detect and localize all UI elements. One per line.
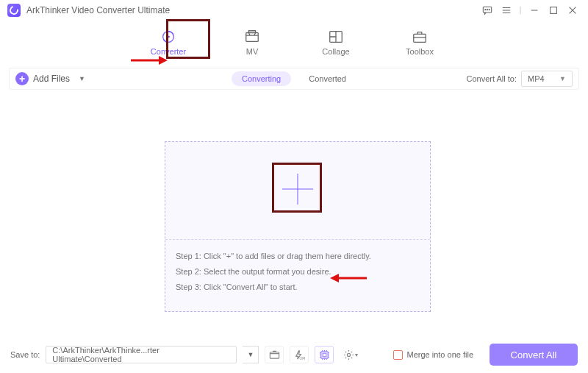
convert-all-button[interactable]: Convert All: [490, 344, 578, 366]
svg-rect-16: [323, 353, 326, 357]
toolbox-icon: [410, 29, 429, 45]
footer: Save to: C:\ArkThinker\ArkThinke...rter …: [0, 336, 588, 373]
save-path-field[interactable]: C:\ArkThinker\ArkThinke...rter Ultimate\…: [46, 346, 237, 363]
tab-label: Collage: [322, 47, 349, 56]
menu-icon[interactable]: [498, 2, 514, 18]
minimize-button[interactable]: [526, 2, 542, 18]
format-value: MP4: [528, 74, 545, 83]
step-1: Step 1: Click "+" to add files or drag t…: [176, 249, 420, 264]
add-files-label: Add Files: [33, 74, 70, 84]
drop-zone[interactable]: Step 1: Click "+" to add files or drag t…: [165, 141, 431, 312]
open-folder-button[interactable]: [265, 346, 284, 363]
tab-label: MV: [246, 47, 259, 56]
svg-text:OFF: OFF: [299, 357, 305, 360]
save-path-dropdown[interactable]: ▼: [243, 346, 259, 363]
chevron-down-icon: ▼: [79, 75, 85, 82]
segment-converting[interactable]: Converting: [232, 71, 291, 86]
save-to-label: Save to:: [10, 350, 40, 359]
merge-checkbox[interactable]: Merge into one file: [393, 350, 474, 360]
tab-label: Converter: [151, 47, 186, 56]
titlebar: ArkThinker Video Converter Ultimate: [0, 0, 588, 21]
svg-rect-15: [321, 351, 328, 358]
toolbar: + Add Files ▼ Converting Converted Conve…: [9, 68, 579, 90]
svg-marker-10: [159, 56, 168, 65]
settings-button[interactable]: ▾: [340, 346, 362, 363]
merge-label: Merge into one file: [407, 350, 474, 359]
svg-point-1: [485, 10, 486, 10]
converter-icon: [159, 29, 178, 45]
add-files-button[interactable]: + Add Files ▼: [15, 72, 85, 85]
tab-mv[interactable]: MV: [232, 29, 273, 56]
main-canvas: Step 1: Click "+" to add files or drag t…: [9, 99, 579, 337]
plus-icon: +: [15, 72, 29, 85]
maximize-button[interactable]: [545, 2, 562, 18]
instruction-steps: Step 1: Click "+" to add files or drag t…: [165, 239, 430, 304]
svg-point-2: [487, 10, 487, 10]
annotation-arrow-to-tab: [131, 54, 168, 67]
tab-toolbox[interactable]: Toolbox: [399, 29, 440, 56]
format-dropdown[interactable]: MP4 ▼: [521, 71, 573, 87]
svg-rect-6: [246, 32, 259, 41]
checkbox-icon: [393, 350, 403, 360]
add-files-plus[interactable]: [275, 166, 320, 212]
svg-rect-4: [551, 7, 557, 14]
convert-all-label: Convert All to:: [467, 74, 517, 83]
svg-point-17: [348, 353, 351, 356]
tab-label: Toolbox: [406, 47, 434, 56]
speed-button[interactable]: OFF: [290, 346, 309, 363]
tab-collage[interactable]: Collage: [315, 29, 356, 56]
mv-icon: [243, 29, 262, 45]
cta-label: Convert All: [511, 349, 557, 360]
feedback-icon[interactable]: [479, 2, 495, 18]
status-segment: Converting Converted: [232, 71, 356, 86]
close-button[interactable]: [564, 2, 581, 18]
app-logo: [7, 4, 21, 17]
gpu-button[interactable]: [315, 346, 334, 363]
tab-converter[interactable]: Converter: [148, 29, 189, 56]
titlebar-divider: [517, 2, 523, 18]
app-title: ArkThinker Video Converter Ultimate: [26, 5, 170, 15]
main-tabs: Converter MV Collage Toolbox: [0, 21, 588, 63]
svg-rect-8: [414, 34, 426, 42]
step-3: Step 3: Click "Convert All" to start.: [176, 280, 420, 295]
save-path-value: C:\ArkThinker\ArkThinke...rter Ultimate\…: [52, 346, 230, 363]
svg-point-3: [489, 10, 490, 10]
step-2: Step 2: Select the output format you des…: [176, 264, 420, 280]
plus-icon: [283, 174, 312, 204]
convert-all-to: Convert All to: MP4 ▼: [467, 71, 573, 87]
chevron-down-icon: ▼: [559, 75, 566, 82]
segment-converted[interactable]: Converted: [298, 71, 356, 86]
collage-icon: [326, 29, 345, 45]
